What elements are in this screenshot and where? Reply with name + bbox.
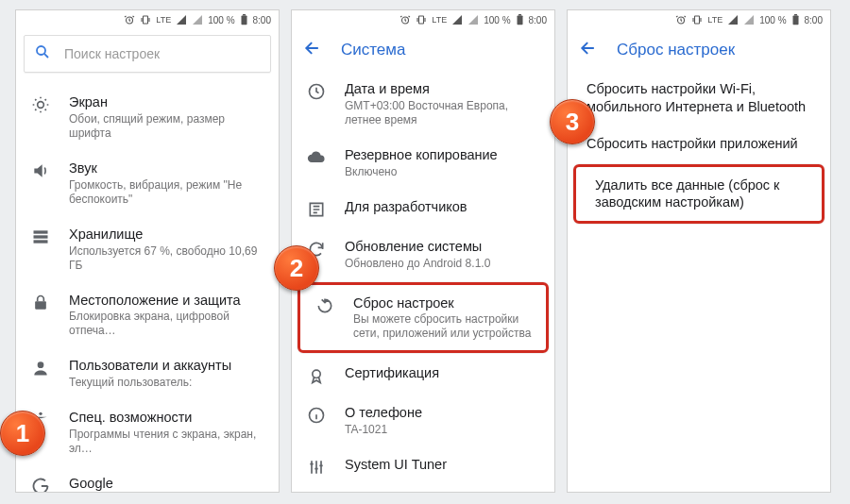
step-badge-1: 1 bbox=[0, 411, 45, 456]
item-sound[interactable]: ЗвукГромкость, вибрация, режим "Не беспо… bbox=[16, 150, 279, 216]
svg-point-11 bbox=[39, 412, 42, 415]
back-icon[interactable] bbox=[579, 39, 598, 61]
settings-list: ЭкранОбои, спящий режим, размер шрифта З… bbox=[16, 84, 279, 493]
system-list: Дата и времяGMT+03:00 Восточная Европа, … bbox=[292, 71, 554, 486]
user-icon bbox=[29, 357, 52, 378]
info-icon bbox=[305, 404, 328, 425]
alarm-icon bbox=[400, 14, 411, 25]
vibrate-icon bbox=[691, 14, 703, 25]
item-security[interactable]: Местоположение и защитаБлокировка экрана… bbox=[16, 282, 279, 348]
cert-icon bbox=[305, 364, 328, 385]
svg-rect-15 bbox=[517, 16, 522, 25]
wifi-icon bbox=[192, 14, 203, 25]
storage-icon bbox=[29, 226, 52, 246]
wifi-icon bbox=[743, 14, 755, 25]
item-datetime[interactable]: Дата и времяGMT+03:00 Восточная Европа, … bbox=[292, 71, 554, 137]
svg-rect-1 bbox=[144, 16, 148, 24]
clock-icon bbox=[305, 80, 328, 101]
reset-list: Сбросить настройки Wi-Fi, мобильного Инт… bbox=[568, 71, 830, 224]
alarm-icon bbox=[124, 14, 135, 25]
svg-rect-21 bbox=[695, 16, 700, 24]
battery-pct: 100 % bbox=[759, 15, 786, 25]
svg-point-10 bbox=[38, 362, 44, 369]
item-factory-reset[interactable]: Удалить все данные (сброс к заводским на… bbox=[573, 164, 824, 225]
screen-title: Система bbox=[341, 41, 405, 59]
item-tuner[interactable]: System UI Tuner bbox=[292, 446, 554, 486]
status-bar: LTE 100 % 8:00 bbox=[568, 10, 830, 29]
item-accessibility[interactable]: Спец. возможностиПрограммы чтения с экра… bbox=[16, 399, 279, 465]
phone-reset: LTE 100 % 8:00 Сброс настроек Сбросить н… bbox=[567, 9, 831, 493]
screen-title: Сброс настроек bbox=[617, 41, 735, 59]
svg-point-5 bbox=[38, 102, 44, 109]
item-developer[interactable]: Для разработчиков bbox=[292, 189, 554, 228]
battery-pct: 100 % bbox=[484, 15, 510, 25]
svg-rect-8 bbox=[34, 240, 48, 243]
step-badge-2: 2 bbox=[274, 245, 319, 291]
item-reset-network[interactable]: Сбросить настройки Wi-Fi, мобильного Инт… bbox=[568, 71, 830, 126]
cloud-icon bbox=[305, 146, 328, 167]
item-users[interactable]: Пользователи и аккаунтыТекущий пользоват… bbox=[16, 347, 279, 399]
svg-rect-7 bbox=[34, 235, 48, 238]
svg-rect-23 bbox=[794, 14, 797, 16]
item-backup[interactable]: Резервное копированиеВключено bbox=[292, 137, 554, 189]
item-about[interactable]: О телефонеTA-1021 bbox=[292, 395, 554, 446]
google-icon bbox=[29, 475, 52, 493]
svg-rect-6 bbox=[34, 230, 48, 233]
battery-icon bbox=[516, 14, 524, 25]
title-bar: Система bbox=[292, 29, 554, 71]
svg-point-4 bbox=[37, 46, 45, 55]
sound-icon bbox=[29, 160, 52, 180]
tuner-icon bbox=[305, 456, 328, 477]
clock-time: 8:00 bbox=[805, 15, 823, 25]
signal-icon bbox=[727, 14, 739, 25]
wifi-icon bbox=[468, 14, 479, 25]
search-placeholder: Поиск настроек bbox=[64, 46, 160, 61]
svg-rect-22 bbox=[792, 16, 798, 25]
search-bar[interactable]: Поиск настроек bbox=[24, 35, 271, 73]
vibrate-icon bbox=[416, 14, 427, 25]
clock-time: 8:00 bbox=[529, 15, 547, 25]
battery-pct: 100 % bbox=[208, 15, 234, 25]
brightness-icon bbox=[29, 93, 52, 114]
phone-settings-main: LTE 100 % 8:00 Поиск настроек ЭкранОбои,… bbox=[15, 9, 280, 493]
phone-system: LTE 100 % 8:00 Система Дата и времяGMT+0… bbox=[291, 9, 555, 493]
back-icon[interactable] bbox=[303, 39, 322, 61]
item-storage[interactable]: ХранилищеИспользуется 67 %, свободно 10,… bbox=[16, 216, 279, 282]
title-bar: Сброс настроек bbox=[568, 29, 830, 71]
signal-icon bbox=[451, 14, 463, 25]
battery-icon bbox=[240, 14, 248, 25]
lock-icon bbox=[29, 292, 52, 312]
step-badge-3: 3 bbox=[550, 99, 595, 144]
svg-rect-2 bbox=[241, 16, 246, 25]
svg-rect-16 bbox=[518, 14, 521, 16]
item-google[interactable]: GoogleСервисы и настройки bbox=[16, 465, 279, 493]
item-reset[interactable]: Сброс настроекВы можете сбросить настрой… bbox=[298, 282, 549, 354]
vibrate-icon bbox=[140, 14, 151, 25]
alarm-icon bbox=[675, 14, 687, 25]
lte-label: LTE bbox=[707, 15, 722, 25]
svg-rect-14 bbox=[419, 16, 424, 24]
item-cert[interactable]: Сертификация bbox=[292, 355, 554, 395]
item-update[interactable]: Обновление системыОбновлено до Android 8… bbox=[292, 228, 554, 280]
clock-time: 8:00 bbox=[253, 15, 271, 25]
signal-icon bbox=[176, 14, 187, 25]
lte-label: LTE bbox=[432, 15, 447, 25]
battery-icon bbox=[791, 14, 800, 25]
reset-icon bbox=[314, 294, 336, 315]
status-bar: LTE 100 % 8:00 bbox=[16, 10, 279, 29]
svg-point-18 bbox=[313, 371, 320, 378]
item-display[interactable]: ЭкранОбои, спящий режим, размер шрифта bbox=[16, 84, 279, 150]
dev-icon bbox=[305, 198, 328, 219]
lte-label: LTE bbox=[156, 15, 171, 25]
svg-rect-3 bbox=[243, 14, 246, 16]
svg-rect-9 bbox=[35, 301, 46, 309]
item-reset-apps[interactable]: Сбросить настройки приложений bbox=[568, 126, 830, 162]
search-icon bbox=[34, 43, 51, 64]
status-bar: LTE 100 % 8:00 bbox=[292, 10, 554, 29]
